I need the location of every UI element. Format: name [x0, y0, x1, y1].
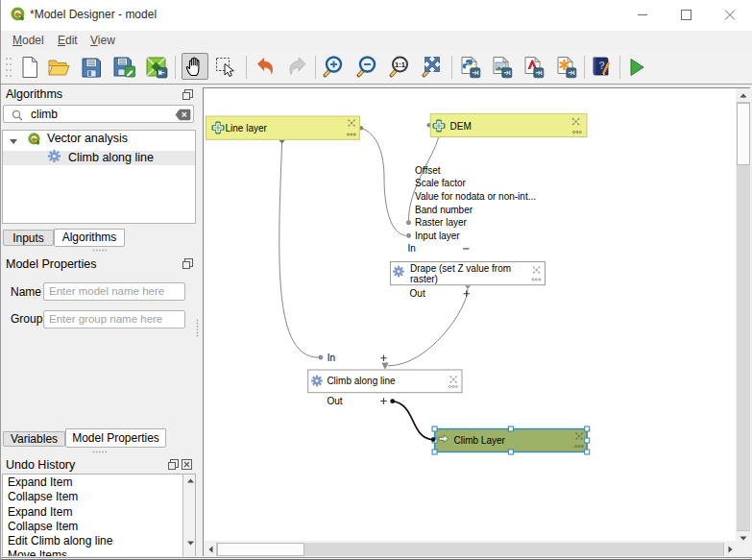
svg-text:Scale factor: Scale factor [415, 178, 466, 188]
svg-text:raster): raster) [410, 274, 438, 284]
svg-text:Offset: Offset [415, 165, 441, 176]
svg-text:DEM: DEM [450, 121, 472, 132]
svg-text:Line layer: Line layer [226, 123, 268, 134]
svg-text:1:1: 1:1 [395, 61, 405, 69]
svg-text:Out: Out [327, 396, 342, 406]
svg-text:Value for nodata or non-int...: Value for nodata or non-int... [415, 191, 536, 202]
svg-text:In: In [327, 353, 335, 363]
svg-text:Climb along line: Climb along line [327, 376, 396, 386]
svg-text:In: In [408, 243, 416, 254]
svg-text:Out: Out [410, 288, 425, 299]
svg-text:Drape (set Z value from: Drape (set Z value from [410, 263, 511, 274]
svg-text:Raster layer: Raster layer [415, 217, 468, 228]
svg-text:Input layer: Input layer [415, 231, 460, 241]
svg-text:Climb Layer: Climb Layer [454, 435, 506, 446]
svg-text:Band number: Band number [415, 205, 473, 215]
